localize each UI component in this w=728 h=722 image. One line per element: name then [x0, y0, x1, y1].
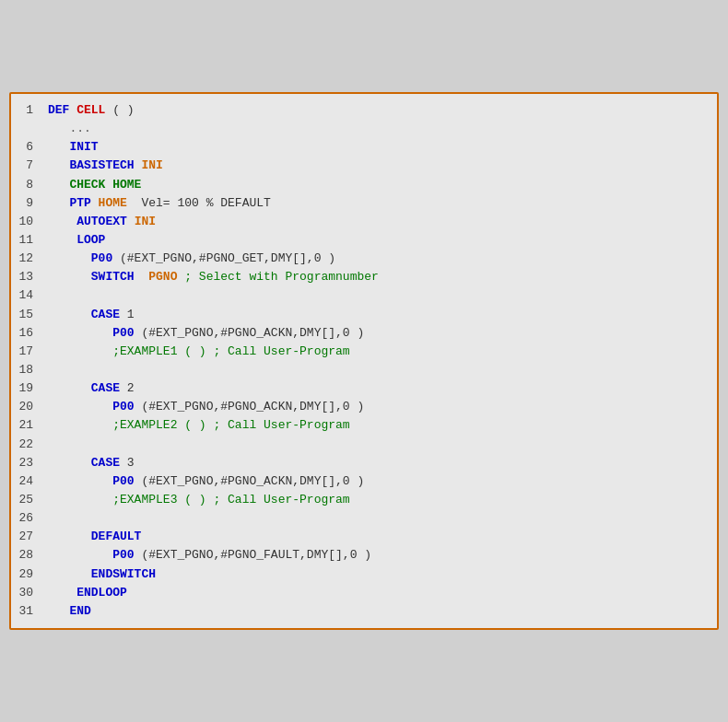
code-token: CASE: [48, 456, 127, 470]
line-content: ENDSWITCH: [44, 565, 717, 584]
code-token: PTP: [48, 196, 99, 210]
line-content: INIT: [44, 138, 717, 157]
line-number: 19: [11, 379, 44, 398]
line-content: ;EXAMPLE2 ( ) ; Call User-Program: [44, 416, 717, 435]
table-row: 21 ;EXAMPLE2 ( ) ; Call User-Program: [11, 416, 717, 435]
table-row: 1DEF CELL ( ): [11, 101, 717, 120]
code-token: (#EXT_PGNO,#PGNO_ACKN,DMY[],0 ): [141, 474, 364, 488]
line-content: DEF CELL ( ): [44, 101, 717, 120]
table-row: 14: [11, 286, 717, 305]
line-number: 15: [11, 306, 44, 324]
code-table: 1DEF CELL ( ) ...6 INIT7 BASISTECH INI8 …: [11, 101, 717, 621]
code-token: CASE: [48, 308, 127, 321]
table-row: 6 INIT: [11, 138, 717, 157]
line-number: 25: [11, 491, 44, 509]
line-number: 17: [11, 343, 44, 361]
line-number: 16: [11, 324, 44, 343]
code-token: ;EXAMPLE2 ( ) ; Call User-Program: [112, 418, 349, 432]
line-number: 31: [11, 602, 44, 621]
code-token: ( ): [105, 103, 134, 117]
line-content: CASE 2: [44, 379, 717, 398]
line-number: 18: [11, 361, 44, 379]
line-number: 28: [11, 546, 44, 565]
code-token: [48, 418, 112, 432]
code-token: ...: [48, 122, 91, 135]
table-row: 27 DEFAULT: [11, 528, 717, 546]
line-content: [44, 509, 717, 528]
line-content: ENDLOOP: [44, 584, 717, 602]
code-token: [48, 493, 112, 507]
line-content: DEFAULT: [44, 528, 717, 546]
code-token: CHECK: [48, 178, 112, 192]
code-token: P00: [48, 548, 141, 562]
line-number: 30: [11, 584, 44, 602]
line-number: 12: [11, 250, 44, 268]
code-token: LOOP: [48, 233, 105, 247]
line-number: 7: [11, 157, 44, 175]
code-token: INI: [135, 215, 156, 228]
table-row: 24 P00 (#EXT_PGNO,#PGNO_ACKN,DMY[],0 ): [11, 472, 717, 491]
line-number: 20: [11, 398, 44, 416]
code-token: PGNO: [141, 270, 177, 284]
line-content: PTP HOME Vel= 100 % DEFAULT: [44, 194, 717, 213]
table-row: 22: [11, 436, 717, 454]
code-token: BASISTECH: [48, 158, 141, 172]
code-token: P00: [48, 400, 141, 413]
code-token: ENDSWITCH: [48, 567, 156, 581]
code-token: (#EXT_PGNO,#PGNO_ACKN,DMY[],0 ): [141, 326, 364, 340]
code-token: END: [48, 604, 91, 618]
line-content: CASE 3: [44, 454, 717, 472]
code-token: CASE: [48, 381, 127, 395]
line-content: AUTOEXT INI: [44, 213, 717, 231]
code-token: INIT: [48, 140, 99, 154]
code-token: P00: [48, 326, 141, 340]
code-token: AUTOEXT: [48, 215, 135, 228]
line-content: ...: [44, 120, 717, 138]
table-row: 25 ;EXAMPLE3 ( ) ; Call User-Program: [11, 491, 717, 509]
code-token: Vel= 100 % DEFAULT: [127, 196, 271, 210]
table-row: 18: [11, 361, 717, 379]
code-token: CELL: [76, 103, 105, 117]
table-row: 8 CHECK HOME: [11, 176, 717, 194]
table-row: 7 BASISTECH INI: [11, 157, 717, 175]
table-row: 29 ENDSWITCH: [11, 565, 717, 584]
line-number: 24: [11, 472, 44, 491]
code-token: 2: [127, 381, 135, 395]
line-content: P00 (#EXT_PGNO,#PGNO_FAULT,DMY[],0 ): [44, 546, 717, 565]
line-number: 11: [11, 231, 44, 250]
table-row: 23 CASE 3: [11, 454, 717, 472]
table-row: 13 SWITCH PGNO ; Select with Programnumb…: [11, 268, 717, 286]
table-row: 16 P00 (#EXT_PGNO,#PGNO_ACKN,DMY[],0 ): [11, 324, 717, 343]
line-content: CASE 1: [44, 306, 717, 324]
code-token: P00: [48, 251, 120, 265]
code-editor: 1DEF CELL ( ) ...6 INIT7 BASISTECH INI8 …: [9, 92, 719, 630]
line-number: 26: [11, 509, 44, 528]
line-number: 8: [11, 176, 44, 194]
table-row: 17 ;EXAMPLE1 ( ) ; Call User-Program: [11, 343, 717, 361]
line-number: 10: [11, 213, 44, 231]
code-token: DEFAULT: [48, 530, 141, 543]
code-token: (#EXT_PGNO,#PGNO_GET,DMY[],0 ): [120, 251, 335, 265]
line-content: P00 (#EXT_PGNO,#PGNO_ACKN,DMY[],0 ): [44, 472, 717, 491]
line-content: [44, 436, 717, 454]
table-row: 28 P00 (#EXT_PGNO,#PGNO_FAULT,DMY[],0 ): [11, 546, 717, 565]
code-token: ;EXAMPLE1 ( ) ; Call User-Program: [112, 344, 349, 358]
code-token: P00: [48, 474, 141, 488]
line-number: [11, 120, 44, 138]
line-content: ;EXAMPLE1 ( ) ; Call User-Program: [44, 343, 717, 361]
table-row: 31 END: [11, 602, 717, 621]
table-row: 20 P00 (#EXT_PGNO,#PGNO_ACKN,DMY[],0 ): [11, 398, 717, 416]
line-number: 23: [11, 454, 44, 472]
line-content: LOOP: [44, 231, 717, 250]
line-number: 9: [11, 194, 44, 213]
line-number: 6: [11, 138, 44, 157]
code-token: ; Select with Programnumber: [177, 270, 378, 284]
code-token: [48, 344, 112, 358]
table-row: 11 LOOP: [11, 231, 717, 250]
line-content: P00 (#EXT_PGNO,#PGNO_ACKN,DMY[],0 ): [44, 398, 717, 416]
line-content: CHECK HOME: [44, 176, 717, 194]
code-token: SWITCH: [48, 270, 141, 284]
line-content: P00 (#EXT_PGNO,#PGNO_GET,DMY[],0 ): [44, 250, 717, 268]
line-number: 27: [11, 528, 44, 546]
code-token: HOME: [99, 196, 127, 210]
